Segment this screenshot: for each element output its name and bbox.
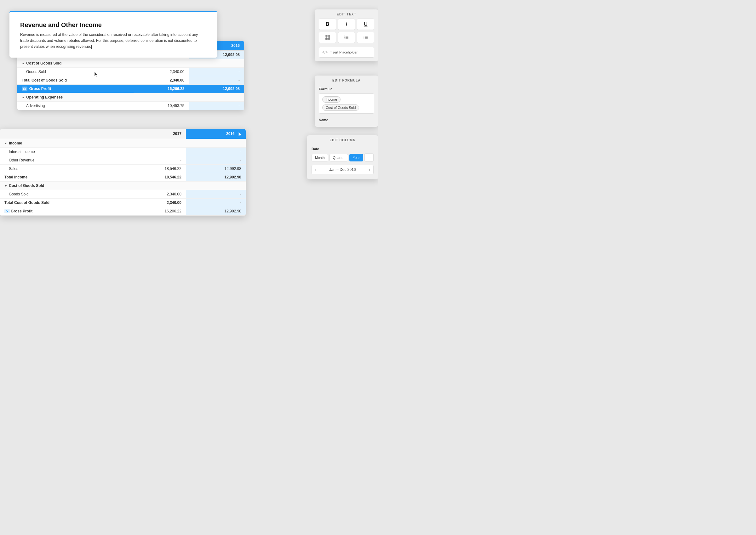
row-val-2016: - <box>186 190 246 198</box>
row-val-2016: - <box>186 147 246 156</box>
text-editor-card: Revenue and Other Income Revenue is meas… <box>10 11 217 58</box>
next-arrow[interactable]: › <box>369 167 370 172</box>
row-label: Total Cost of Goods Sold <box>0 198 126 207</box>
row-val-2016: 12,992.98 <box>186 207 246 215</box>
table-row: Goods Sold 2,340.00 - <box>0 190 246 198</box>
year-button[interactable]: Year <box>349 154 363 161</box>
table-row: ▼ Cost of Goods Sold <box>0 181 246 190</box>
svg-text:3: 3 <box>344 38 345 39</box>
ordered-list-button[interactable]: 1 2 3 <box>338 32 355 43</box>
table-row: ▼ Income <box>0 139 246 147</box>
table-row: Interest Income - - <box>0 147 246 156</box>
prev-arrow[interactable]: ‹ <box>315 167 317 172</box>
svg-point-14 <box>364 36 364 37</box>
unordered-list-button[interactable] <box>357 32 374 43</box>
row-val-2017: 2,340.00 <box>134 76 189 85</box>
row-val-2016: - <box>186 156 246 164</box>
row-label: Sales <box>0 164 126 173</box>
edit-column-title: EDIT COLUMN <box>307 135 378 144</box>
svg-point-16 <box>364 39 364 39</box>
row-val-2016 <box>189 93 244 102</box>
edit-text-title: EDIT TEXT <box>315 10 378 18</box>
svg-rect-0 <box>325 35 329 40</box>
row-label: Goods Sold <box>17 68 134 76</box>
row-val-2017 <box>126 181 186 190</box>
table-row: ▼ Cost of Goods Sold <box>17 59 244 68</box>
table-row: Sales 18,546.22 12,992.98 <box>0 164 246 173</box>
row-val-2016: - <box>189 102 244 110</box>
row-val-2017: 10,453.75 <box>134 102 189 110</box>
row-val-2016: - <box>189 76 244 85</box>
row-label: ▼ Income <box>0 139 126 147</box>
row-label: ▼ Cost of Goods Sold <box>17 59 134 68</box>
mouse-cursor-icon <box>238 132 241 136</box>
date-range-text: Jan – Dec 2016 <box>329 167 356 172</box>
row-val-2017: - <box>126 147 186 156</box>
row-val-2016: - <box>189 68 244 76</box>
row-label: ▼ Operating Expenses <box>17 93 134 102</box>
row-label: Total Cost of Goods Sold <box>17 76 134 85</box>
row-label: Goods Sold <box>0 190 126 198</box>
finance-table-front-table: 2017 2016 ▼ Income Interest Income - - <box>0 129 246 215</box>
bold-button[interactable]: B <box>319 18 336 30</box>
row-val-2016 <box>186 181 246 190</box>
row-val-2017: 2,340.00 <box>126 198 186 207</box>
date-range-row: ‹ Jan – Dec 2016 › <box>312 165 374 174</box>
more-options-button[interactable]: ··· <box>364 153 374 162</box>
row-label: fx Gross Profit <box>17 85 134 93</box>
row-val-2017: 2,340.00 <box>126 190 186 198</box>
text-editor-body[interactable]: Revenue is measured at the value of the … <box>20 32 207 50</box>
row-label: Interest Income <box>0 147 126 156</box>
formula-tag-cogs[interactable]: Cost of Goods Sold <box>322 104 359 111</box>
row-label: Advertising <box>17 102 134 110</box>
table-row: ▼ Operating Expenses <box>17 93 244 102</box>
table-icon-button[interactable] <box>319 32 336 43</box>
row-val-2017: - <box>126 156 186 164</box>
formula-tag-income[interactable]: Income <box>322 96 341 102</box>
row-label: ▼ Cost of Goods Sold <box>0 181 126 190</box>
svg-point-15 <box>364 37 364 38</box>
row-val-2017: 18,546.22 <box>126 173 186 181</box>
row-label: fx Gross Profit <box>0 207 126 215</box>
row-val-2017: 16,206.22 <box>126 207 186 215</box>
quarter-button[interactable]: Quarter <box>329 154 348 161</box>
row-label: Total Income <box>0 173 126 181</box>
insert-placeholder-button[interactable]: </> Insert Placeholder <box>319 47 374 58</box>
formula-name-label: Name <box>315 116 378 122</box>
text-editor-title: Revenue and Other Income <box>20 21 207 29</box>
italic-button[interactable]: I <box>338 18 355 30</box>
row-val-2017: 16,206.22 <box>134 85 189 94</box>
edit-column-panel: EDIT COLUMN Date Month Quarter Year ··· … <box>307 135 378 180</box>
table-row-gross-profit[interactable]: fx Gross Profit 16,206.22 12,992.98 <box>17 85 244 94</box>
edit-formula-panel: EDIT FORMULA Formula Income - Cost of Go… <box>315 75 378 127</box>
underline-button[interactable]: U <box>357 18 374 30</box>
row-val-2017: 18,546.22 <box>126 164 186 173</box>
table-row-gross-profit: fx Gross Profit 16,206.22 12,992.98 <box>0 207 246 215</box>
table-row: Total Income 18,546.22 12,992.98 <box>0 173 246 181</box>
row-val-2017: 2,340.00 <box>134 68 189 76</box>
date-label: Date <box>307 144 378 153</box>
row-val-2016: 12,992.98 <box>186 173 246 181</box>
text-editor-content: Revenue is measured at the value of the … <box>20 32 198 49</box>
text-cursor <box>91 45 92 49</box>
table-row: Other Revenue - - <box>0 156 246 164</box>
row-val-2016: - <box>186 198 246 207</box>
row-val-2016: 12,992.98 <box>189 85 244 94</box>
col-header-label <box>0 129 126 139</box>
row-val-2016 <box>189 59 244 68</box>
row-val-2017 <box>134 59 189 68</box>
row-val-2017 <box>134 93 189 102</box>
col-header-2016: 2016 <box>186 129 246 139</box>
formula-box: Income - Cost of Goods Sold <box>319 94 374 114</box>
code-bracket-icon: </> <box>322 50 328 54</box>
row-val-2017 <box>126 139 186 147</box>
edit-text-panel: EDIT TEXT B I U 1 2 3 <box>315 10 378 61</box>
row-label: Other Revenue <box>0 156 126 164</box>
row-val-2016: 12,992.98 <box>186 164 246 173</box>
edit-formula-title: EDIT FORMULA <box>315 75 378 85</box>
table-row: Total Cost of Goods Sold 2,340.00 - <box>0 198 246 207</box>
fx-icon: fx <box>22 87 27 91</box>
table-row: Total Cost of Goods Sold 2,340.00 - <box>17 76 244 85</box>
row-val-2016 <box>186 139 246 147</box>
month-button[interactable]: Month <box>312 154 328 161</box>
